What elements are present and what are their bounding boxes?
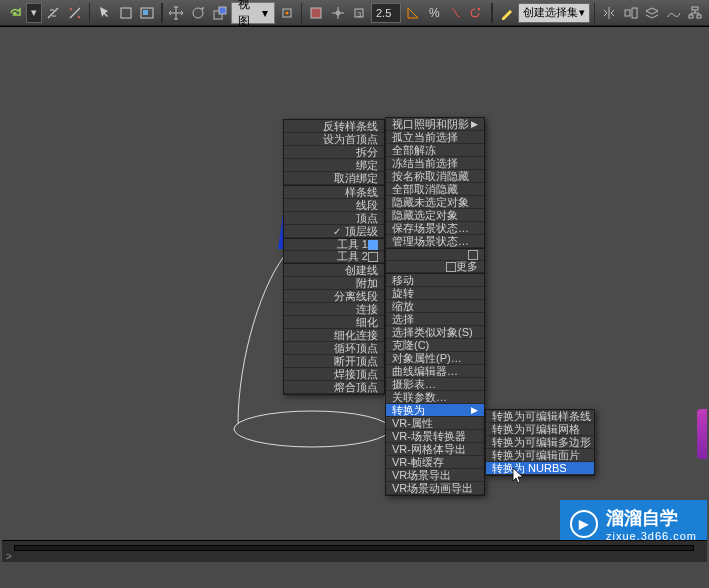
menu-header-label: 更多 — [456, 259, 478, 274]
snap-options-icon[interactable] — [468, 2, 488, 24]
snap-toggle-icon[interactable]: 3 — [349, 2, 369, 24]
snap-move-icon[interactable] — [328, 2, 348, 24]
check-icon: ✓ — [333, 226, 341, 237]
separator — [491, 3, 493, 23]
pivot-icon[interactable] — [277, 2, 297, 24]
select-window-icon[interactable] — [137, 2, 157, 24]
snap-angle-input[interactable] — [371, 3, 401, 23]
brand-text: 溜溜自学 — [606, 506, 697, 530]
play-icon: ▶ — [570, 510, 598, 538]
quad-menu-header: 工具 1 — [284, 239, 384, 251]
menu-header-toggle[interactable] — [468, 250, 478, 260]
menu-item[interactable]: 取消绑定 — [284, 172, 384, 185]
viewport[interactable]: 反转样条线设为首顶点拆分绑定取消绑定样条线线段顶点✓顶层级工具 1工具 2创建线… — [0, 26, 709, 564]
svg-point-12 — [478, 7, 480, 9]
svg-point-7 — [285, 11, 288, 14]
manipulate-icon[interactable] — [306, 2, 326, 24]
separator — [161, 3, 163, 23]
svg-rect-0 — [121, 8, 131, 18]
redo-icon[interactable] — [4, 2, 24, 24]
svg-point-18 — [234, 411, 390, 447]
edge-gizmo — [697, 409, 707, 459]
history-dropdown[interactable]: ▾ — [26, 3, 42, 23]
mirror-icon[interactable] — [599, 2, 619, 24]
quad-menu-right: 视口照明和阴影▶孤立当前选择全部解冻冻结当前选择按名称取消隐藏全部取消隐藏隐藏未… — [385, 117, 485, 496]
quad-menu-header: 更多 — [386, 261, 484, 273]
menu-item-label: 取消绑定 — [334, 171, 378, 186]
percent-snap-icon[interactable]: % — [424, 2, 444, 24]
menu-item[interactable]: 熔合顶点 — [284, 381, 384, 394]
svg-rect-16 — [689, 15, 693, 18]
svg-rect-14 — [632, 8, 637, 18]
link-icon[interactable] — [44, 2, 64, 24]
menu-header-toggle[interactable] — [446, 262, 456, 272]
move-icon[interactable] — [167, 2, 187, 24]
ref-coord-system[interactable]: 视图 ▾ — [231, 2, 275, 24]
unlink-icon[interactable] — [65, 2, 85, 24]
menu-item-label: 熔合顶点 — [334, 380, 378, 395]
named-sel-label: 创建选择集 — [523, 5, 578, 20]
viewport-canvas[interactable]: 反转样条线设为首顶点拆分绑定取消绑定样条线线段顶点✓顶层级工具 1工具 2创建线… — [2, 29, 707, 562]
svg-text:3: 3 — [357, 10, 362, 19]
svg-rect-2 — [143, 10, 148, 15]
timeline-bar[interactable]: > — [2, 540, 707, 562]
menu-item-label: VR场景动画导出 — [392, 481, 473, 496]
quad-menu-header: 工具 2 — [284, 251, 384, 263]
main-toolbar: ▾ 视图 ▾ 3 % 创建选择集▾ — [0, 0, 709, 26]
angle-snap-icon[interactable] — [403, 2, 423, 24]
menu-item-label: 管理场景状态… — [392, 234, 469, 249]
svg-rect-5 — [219, 7, 226, 14]
menu-item-label: 转换为 NURBS — [492, 461, 567, 476]
svg-rect-17 — [697, 15, 701, 18]
menu-header-toggle[interactable] — [368, 240, 378, 250]
rotate-icon[interactable] — [188, 2, 208, 24]
svg-point-3 — [193, 8, 203, 18]
separator — [594, 3, 596, 23]
menu-item[interactable]: ✓顶层级 — [284, 225, 384, 238]
timeline-scrub[interactable] — [14, 545, 694, 551]
separator — [301, 3, 303, 23]
svg-rect-13 — [625, 10, 630, 16]
svg-rect-8 — [311, 8, 321, 18]
spinner-snap-icon[interactable] — [446, 2, 466, 24]
script-prompt: > — [6, 551, 12, 562]
edit-named-sel-icon[interactable] — [497, 2, 517, 24]
svg-rect-15 — [692, 7, 698, 10]
select-rect-icon[interactable] — [116, 2, 136, 24]
convert-submenu: 转换为可编辑样条线转换为可编辑网格转换为可编辑多边形转换为可编辑面片转换为 NU… — [485, 409, 595, 476]
select-icon[interactable] — [94, 2, 114, 24]
named-sel-combo[interactable]: 创建选择集▾ — [518, 3, 589, 23]
menu-item[interactable]: 管理场景状态… — [386, 235, 484, 248]
menu-item[interactable]: 转换为 NURBS — [486, 462, 594, 475]
menu-header-toggle[interactable] — [368, 252, 378, 262]
menu-item[interactable]: VR场景动画导出 — [386, 482, 484, 495]
align-icon[interactable] — [621, 2, 641, 24]
layers-icon[interactable] — [643, 2, 663, 24]
submenu-arrow-icon: ▶ — [471, 405, 478, 415]
curve-editor-icon[interactable] — [664, 2, 684, 24]
schematic-icon[interactable] — [686, 2, 706, 24]
separator — [89, 3, 91, 23]
submenu-arrow-icon: ▶ — [471, 119, 478, 129]
scale-icon[interactable] — [210, 2, 230, 24]
quad-menu-left: 反转样条线设为首顶点拆分绑定取消绑定样条线线段顶点✓顶层级工具 1工具 2创建线… — [283, 119, 385, 395]
